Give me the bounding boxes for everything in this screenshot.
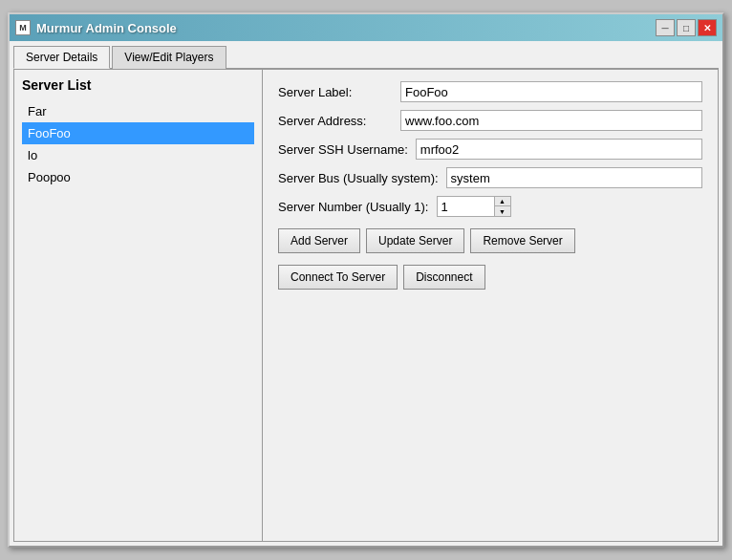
server-item-poopoo[interactable]: Poopoo <box>22 166 254 188</box>
server-address-value <box>400 110 702 131</box>
window-content: Server Details View/Edit Players Server … <box>10 41 722 546</box>
connect-to-server-button[interactable]: Connect To Server <box>278 265 398 290</box>
spinner-down-button[interactable]: ▼ <box>495 206 510 216</box>
tab-bar: Server Details View/Edit Players <box>13 45 719 69</box>
button-row-1: Add Server Update Server Remove Server <box>278 228 702 253</box>
server-item-foofoo[interactable]: FooFoo <box>22 122 254 144</box>
details-panel: Server Label: Server Address: Server SSH… <box>263 70 718 541</box>
disconnect-button[interactable]: Disconnect <box>403 265 484 290</box>
server-ssh-label: Server SSH Username: <box>278 142 408 157</box>
title-bar: M Murmur Admin Console ─ □ ✕ <box>10 14 722 41</box>
server-item-lo[interactable]: lo <box>22 144 254 166</box>
minimize-button[interactable]: ─ <box>656 19 675 36</box>
sidebar: Server List Far FooFoo lo Poopoo <box>14 70 263 541</box>
main-area: Server List Far FooFoo lo Poopoo Server … <box>13 69 719 542</box>
server-number-label: Server Number (Usually 1): <box>278 200 429 214</box>
main-window: M Murmur Admin Console ─ □ ✕ Server Deta… <box>8 12 724 548</box>
window-title: Murmur Admin Console <box>36 21 177 35</box>
close-button[interactable]: ✕ <box>698 19 717 36</box>
title-buttons: ─ □ ✕ <box>656 19 717 36</box>
server-bus-row: Server Bus (Usually system): <box>278 167 702 188</box>
server-ssh-value <box>416 139 702 160</box>
tab-view-edit-players[interactable]: View/Edit Players <box>112 46 226 69</box>
server-item-far[interactable]: Far <box>22 100 254 122</box>
update-server-button[interactable]: Update Server <box>366 228 464 253</box>
server-number-row: Server Number (Usually 1): ▲ ▼ <box>278 196 702 217</box>
server-label-row: Server Label: <box>278 81 702 102</box>
server-address-input[interactable] <box>400 110 702 131</box>
server-label-label: Server Label: <box>278 85 393 99</box>
sidebar-title: Server List <box>22 77 254 93</box>
server-label-value <box>400 81 702 102</box>
number-spinners: ▲ ▼ <box>494 196 511 217</box>
remove-server-button[interactable]: Remove Server <box>470 228 574 253</box>
server-bus-value <box>446 167 702 188</box>
add-server-button[interactable]: Add Server <box>278 228 360 253</box>
server-number-wrap: ▲ ▼ <box>437 196 511 217</box>
button-row-2: Connect To Server Disconnect <box>278 265 702 290</box>
maximize-button[interactable]: □ <box>677 19 696 36</box>
server-ssh-row: Server SSH Username: <box>278 139 702 160</box>
tab-server-details[interactable]: Server Details <box>13 46 110 69</box>
server-label-input[interactable] <box>400 81 702 102</box>
server-address-label: Server Address: <box>278 114 393 128</box>
app-icon: M <box>15 20 31 35</box>
server-address-row: Server Address: <box>278 110 702 131</box>
server-bus-input[interactable] <box>446 167 702 188</box>
server-bus-label: Server Bus (Usually system): <box>278 171 439 185</box>
spinner-up-button[interactable]: ▲ <box>495 197 510 206</box>
title-bar-left: M Murmur Admin Console <box>15 20 177 35</box>
server-ssh-input[interactable] <box>416 139 702 160</box>
server-number-input[interactable] <box>437 196 494 217</box>
